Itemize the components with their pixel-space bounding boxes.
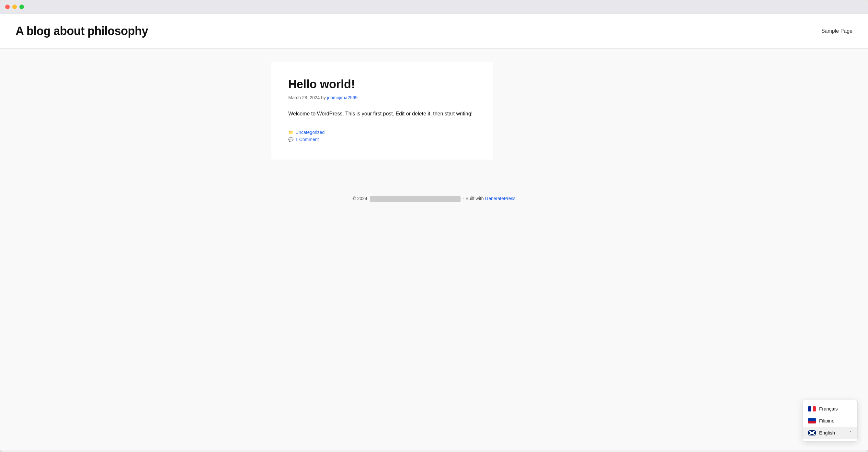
lang-label-fr: Français <box>819 406 838 412</box>
built-label: · Built with <box>463 196 484 201</box>
article-content: Welcome to WordPress. This is your first… <box>288 109 476 118</box>
flag-fr <box>808 406 816 412</box>
article-card: Hello world! March 28, 2024 by jotimojim… <box>271 62 493 160</box>
copyright-text: © 2024 <box>352 196 367 201</box>
site-header: A blog about philosophy Sample Page <box>0 14 868 49</box>
lang-label-en: English <box>819 430 835 435</box>
category-link[interactable]: Uncategorized <box>296 130 324 135</box>
article-title: Hello world! <box>288 77 476 91</box>
site-footer: © 2024 · Built with GeneratePress <box>0 180 868 217</box>
folder-icon: 📁 <box>288 130 293 135</box>
category-row: 📁 Uncategorized <box>288 130 476 135</box>
site-nav: Sample Page <box>822 28 852 34</box>
lang-label-ph: Filipino <box>819 418 835 423</box>
language-item-fr[interactable]: Français <box>803 403 857 415</box>
comment-row: 💬 1 Comment <box>288 137 476 142</box>
site-wrapper: A blog about philosophy Sample Page Hell… <box>0 14 868 450</box>
chevron-up-icon: ⌃ <box>849 431 852 435</box>
language-item-ph[interactable]: Filipino <box>803 415 857 427</box>
sample-page-link[interactable]: Sample Page <box>822 28 852 34</box>
redacted-name <box>370 196 461 202</box>
article-footer: 📁 Uncategorized 💬 1 Comment <box>288 130 476 142</box>
site-title: A blog about philosophy <box>16 24 148 38</box>
minimize-button[interactable] <box>12 4 17 9</box>
by-label: by <box>321 95 327 100</box>
comment-link[interactable]: 1 Comment <box>296 137 319 142</box>
main-content: Hello world! March 28, 2024 by jotimojim… <box>271 62 493 167</box>
sidebar <box>506 62 597 167</box>
close-button[interactable] <box>5 4 10 9</box>
author-link[interactable]: jotimojima2569 <box>327 95 358 100</box>
language-picker: Français Filipino English ⌃ <box>803 400 858 442</box>
maximize-button[interactable] <box>20 4 24 9</box>
article-date: March 28, 2024 <box>288 95 320 100</box>
browser-window: A blog about philosophy Sample Page Hell… <box>0 0 868 452</box>
generatepress-link[interactable]: GeneratePress <box>485 196 515 201</box>
article-meta: March 28, 2024 by jotimojima2569 <box>288 95 476 100</box>
flag-ph <box>808 418 816 423</box>
language-item-en[interactable]: English ⌃ <box>803 427 857 439</box>
flag-gb <box>808 430 816 435</box>
comment-icon: 💬 <box>288 137 293 142</box>
window-chrome <box>0 0 868 14</box>
content-area: Hello world! March 28, 2024 by jotimojim… <box>256 49 612 180</box>
